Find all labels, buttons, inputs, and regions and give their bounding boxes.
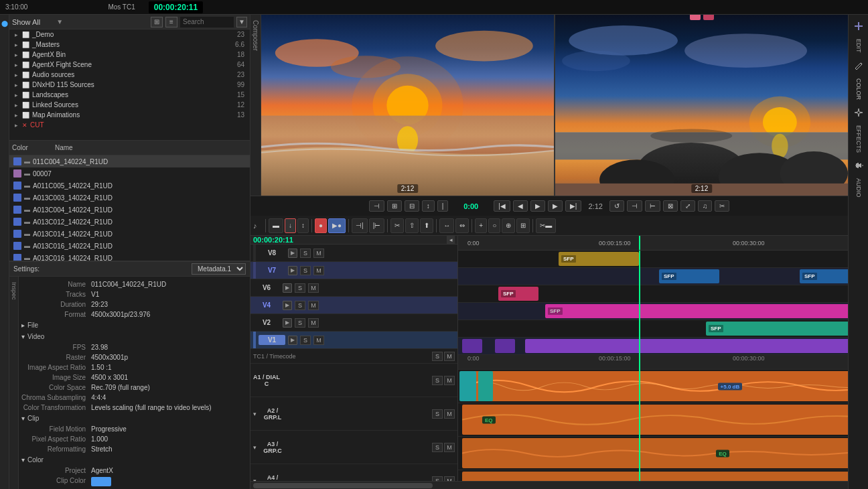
track-enable-btn[interactable]: ▶ [288,249,297,258]
transport-goto-end[interactable]: ▶| [565,200,582,212]
a2-mute-btn[interactable]: M [444,409,455,419]
list-item[interactable]: ▸ ⬜ _Demo 23 [9,29,250,40]
tl-cut-btn[interactable]: ✂ [390,218,404,233]
track-lock-btn[interactable]: S [300,266,311,275]
zoom-fit-btn[interactable]: ⊠ [663,200,678,212]
settings-section-video[interactable]: ▾ Video [21,331,247,342]
mark-out-btn[interactable]: ⊢ [645,200,660,212]
settings-section-color[interactable]: ▾ Color [21,454,247,466]
tc-btn2[interactable]: M [444,352,455,361]
settings-tab-inspect[interactable]: Inspec [10,279,18,303]
settings-section-clip[interactable]: ▾ Clip [21,413,247,424]
trim-btn[interactable]: ✂ [715,200,729,212]
right-label-audio[interactable]: AUDIO [855,176,862,200]
list-item[interactable]: ▬ A011C005_140224_R1UD [9,180,250,192]
a1-clip-teal2[interactable] [478,371,493,401]
track-enable-btn[interactable]: ▶ [288,266,297,275]
a1-mute-btn[interactable]: M [444,376,455,385]
bin-search-input[interactable] [180,17,234,27]
list-item[interactable]: ▬ 00007 [9,167,250,180]
track-lock-btn[interactable]: S [300,336,311,345]
tl-overwrite-btn[interactable]: ▬ [269,218,283,233]
list-item[interactable]: ▬ 011C004_140224_R1UD [9,155,250,167]
timeline-clip[interactable]: SFP [800,269,848,283]
track-mute-btn[interactable]: M [313,266,324,275]
timeline-clip-v1-main[interactable] [525,339,848,353]
list-item[interactable]: ▸ ⬜ AgentX Bin 18 [9,50,250,60]
tl-slide-btn[interactable]: ⇔ [455,218,469,233]
tl-slip-btn[interactable]: ↔ [439,218,454,233]
tl-trim-right-btn[interactable]: |⊢ [369,218,385,233]
track-mute-btn[interactable]: M [313,249,324,258]
list-item[interactable]: ▸ ⬜ DNxHD 115 Sources 99 [9,80,250,90]
tc-set-btn[interactable]: | [437,200,449,212]
tl-extract-btn[interactable]: ⬆ [420,218,433,233]
quad-btn[interactable]: ⊟ [405,200,419,212]
timeline-clip[interactable]: SFP [498,287,538,301]
timeline-clip[interactable]: SFP [659,269,719,283]
right-label-color[interactable]: COLOR [855,76,862,102]
transport-goto-start[interactable]: |◀ [494,200,510,212]
list-item[interactable]: ▬ A013C003_140224_R1UD [9,192,250,204]
list-item[interactable]: ▸ ⬜ Landscapes 15 [9,90,250,100]
tl-record-btn[interactable]: ● [315,218,327,233]
mark-in-btn[interactable]: ⊣ [369,200,384,212]
settings-dropdown[interactable]: Metadata.1 [192,263,246,275]
list-item[interactable]: ▸ ⬜ AgentX Fight Scene 64 [9,60,250,70]
a2-clip[interactable]: EQ [462,405,848,435]
tl-replace-btn[interactable]: ↕ [297,218,309,233]
track-mute-btn[interactable]: M [308,301,319,310]
clip-color-swatch[interactable] [91,477,111,486]
transport-step-back[interactable]: ◀ [513,200,528,212]
bin-grid-btn[interactable]: ⊞ [151,17,163,27]
a2-solo-btn[interactable]: S [432,409,443,419]
timeline-scrollbar[interactable] [250,481,848,489]
tl-trim-left-btn[interactable]: ⊣| [352,218,368,233]
a3-clip[interactable]: EQ [462,438,848,468]
tl-splitaudio-btn[interactable]: ✂▬ [536,218,556,233]
bin-list-btn[interactable]: ≡ [165,17,177,27]
right-label-edit[interactable]: EDIT [855,36,862,56]
fullscreen-btn[interactable]: ⤢ [680,200,695,212]
right-tool-sparkle[interactable] [850,104,867,121]
track-enable-btn[interactable]: ▶ [283,318,292,328]
grid-btn[interactable]: ⊞ [387,200,402,212]
a3-solo-btn[interactable]: S [432,443,443,452]
audio-btn[interactable]: ♫ [698,200,713,212]
timeline-clip[interactable]: SFP [559,252,639,266]
timeline-clip[interactable]: SFP [545,304,848,318]
list-item[interactable]: ▬ A013C016_140224_R1UD [9,252,250,261]
list-item[interactable]: ▬ A013C016_140224_R1UD [9,240,250,252]
a1-clip-main[interactable]: +5.0 dB +5.0 dB [462,371,848,401]
track-lock-btn[interactable]: S [295,301,305,310]
track-a3-expand[interactable]: ▾ [253,444,257,451]
track-lock-btn[interactable]: S [295,318,305,328]
tl-link-btn[interactable]: ⊞ [516,218,530,233]
a4-clip[interactable]: EQ [462,472,848,481]
cursor-btn[interactable]: ↕ [422,200,435,212]
right-label-effects[interactable]: EFFECTS [855,123,862,155]
timeline-clip[interactable]: SFP [706,322,848,336]
transport-play[interactable]: ▶ [530,200,545,212]
tl-snap-btn[interactable]: ⊕ [502,218,515,233]
transport-step-fwd[interactable]: ▶ [548,200,563,212]
timeline-scroll-area[interactable]: 0:00 00:00:15:00 00:00:30:00 00:00:45:00… [458,236,848,481]
list-item[interactable]: ▸ ✕ CUT [9,120,250,130]
timeline-scrollbar-thumb[interactable] [253,483,433,488]
list-item[interactable]: ▸ ⬜ Linked Sources 12 [9,100,250,110]
settings-section-file[interactable]: ▸ File [21,320,247,331]
tl-addtrack-btn[interactable]: + [475,218,487,233]
track-a2-expand[interactable]: ▾ [253,411,257,417]
track-enable-btn[interactable]: ▶ [288,336,297,345]
timeline-clip-v1-b[interactable] [495,339,515,353]
list-item[interactable]: ▬ A013C012_140224_R1UD [9,216,250,228]
track-mute-btn[interactable]: M [308,318,319,328]
list-item[interactable]: ▸ ⬜ _Masters 6.6 [9,40,250,50]
bin-search-btn[interactable]: ▼ [236,17,247,27]
track-enable-btn[interactable]: ▶ [283,301,292,310]
timeline-collapse-btn[interactable]: ◂ [447,236,455,244]
timeline-clip-v1-a[interactable] [462,339,482,353]
mark-in-btn2[interactable]: ⊣ [627,200,642,212]
list-item[interactable]: ▸ ⬜ Map Animations 13 [9,110,250,120]
tl-circle-btn[interactable]: ○ [488,218,500,233]
